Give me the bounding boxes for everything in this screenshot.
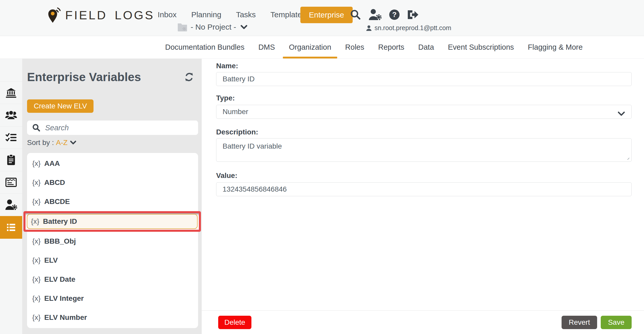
nav-planning[interactable]: Planning (191, 10, 221, 19)
panel-title: Enterprise Variables (27, 70, 141, 84)
revert-button[interactable]: Revert (562, 316, 597, 329)
clipboard-icon (6, 154, 16, 166)
person-icon (366, 25, 372, 31)
tab-reports[interactable]: Reports (371, 36, 411, 58)
sidebar-item-clipboard[interactable] (0, 149, 22, 171)
checklist-icon (5, 133, 17, 142)
enterprise-variables-panel: Enterprise Variables Create New ELV (22, 59, 202, 334)
search-icon[interactable] (350, 9, 361, 20)
variable-prefix: {x} (32, 294, 41, 303)
save-button[interactable]: Save (601, 316, 632, 329)
folder-gear-icon (177, 23, 188, 31)
delete-button[interactable]: Delete (218, 316, 251, 329)
sort-control: Sort by : A-Z (27, 139, 198, 147)
top-header: FIELD LOGS Inbox Planning Tasks Template… (0, 0, 644, 36)
list-item[interactable]: {x} ELV Number (27, 308, 198, 327)
variable-prefix: {x} (32, 275, 41, 284)
bank-icon (6, 88, 16, 98)
name-field[interactable] (216, 72, 632, 86)
logo-text: FIELD LOGS (65, 8, 155, 22)
sort-chevron-down-icon[interactable] (70, 141, 76, 145)
sort-value[interactable]: A-Z (56, 139, 67, 147)
sidebar-item-notes[interactable] (0, 171, 22, 193)
variable-label: ELV (44, 256, 58, 264)
svg-text:?: ? (392, 11, 396, 19)
list-item[interactable]: {x} ELV Date (27, 270, 198, 289)
nav-inbox[interactable]: Inbox (158, 10, 176, 19)
document-lines-icon (5, 177, 17, 187)
type-select[interactable]: Number (216, 105, 632, 119)
app-root: FIELD LOGS Inbox Planning Tasks Template… (0, 0, 644, 334)
list-icon (6, 223, 16, 232)
search-input[interactable] (45, 123, 196, 132)
search-icon-small (32, 124, 40, 132)
sidebar-item-organization[interactable] (0, 81, 22, 104)
tab-flagging-more[interactable]: Flagging & More (521, 36, 590, 58)
variables-list: {x} AAA {x} ABCD {x} ABCDE {x} Battery I… (27, 153, 198, 328)
type-select-value: Number (223, 108, 248, 116)
variable-label: BBB_Obj (44, 237, 76, 245)
list-item[interactable]: {x} ABCD (27, 173, 198, 192)
variable-prefix: {x} (32, 178, 41, 187)
chevron-down-icon (240, 25, 248, 29)
tab-documentation-bundles[interactable]: Documentation Bundles (158, 36, 251, 58)
tab-data[interactable]: Data (411, 36, 441, 58)
variable-label: AAA (44, 159, 60, 168)
variable-prefix: {x} (31, 217, 39, 226)
project-selector[interactable]: - No Project - (177, 23, 248, 31)
tab-organization[interactable]: Organization (282, 36, 338, 58)
sort-label: Sort by : (27, 139, 54, 147)
list-item[interactable]: {x} AAA (27, 154, 198, 173)
tab-roles[interactable]: Roles (338, 36, 371, 58)
variable-detail-pane: Name: Type: Number Description: Battery … (202, 59, 644, 334)
sidebar-item-checklist[interactable] (0, 126, 22, 149)
location-pin-logo-icon (47, 6, 61, 23)
variable-prefix: {x} (32, 313, 41, 322)
user-email-text: sn.root.preprod.1@ptt.com (375, 24, 451, 32)
variable-prefix: {x} (32, 159, 41, 168)
description-field[interactable]: Battery ID variable (216, 138, 632, 162)
list-item[interactable]: {x} BBB_Obj (27, 232, 198, 251)
variable-label: ELV Integer (44, 294, 84, 303)
selection-highlight-box: {x} Battery ID (23, 211, 201, 232)
logout-icon[interactable] (407, 9, 419, 20)
main-nav: Inbox Planning Tasks Templates (158, 10, 306, 19)
variable-form: Name: Type: Number Description: Battery … (216, 59, 632, 196)
list-item[interactable]: {x} ELV (27, 251, 198, 270)
rail-spacer (0, 59, 22, 81)
app-logo: FIELD LOGS (47, 6, 155, 24)
user-email: sn.root.preprod.1@ptt.com (366, 24, 451, 32)
tab-event-subscriptions[interactable]: Event Subscriptions (441, 36, 521, 58)
user-gear-icon (5, 199, 17, 210)
variable-search-box[interactable] (27, 121, 198, 135)
enterprise-button[interactable]: Enterprise (300, 7, 353, 23)
name-label: Name: (216, 62, 632, 70)
tab-dms[interactable]: DMS (251, 36, 282, 58)
select-chevron-down-icon (617, 110, 625, 118)
create-new-elv-button[interactable]: Create New ELV (27, 99, 94, 113)
list-item[interactable]: {x} ELV Integer (27, 289, 198, 308)
section-tabbar: Documentation Bundles DMS Organization R… (0, 36, 644, 59)
type-label: Type: (216, 95, 632, 102)
sidebar-item-enterprise-variables[interactable] (0, 216, 22, 239)
list-item-selected[interactable]: {x} Battery ID (27, 214, 198, 229)
project-selector-label: - No Project - (191, 23, 236, 31)
nav-tasks[interactable]: Tasks (236, 10, 256, 19)
value-label: Value: (216, 172, 632, 179)
sidebar-item-users[interactable] (0, 104, 22, 126)
variable-prefix: {x} (32, 256, 41, 264)
user-settings-icon[interactable] (368, 9, 382, 21)
variable-prefix: {x} (32, 237, 41, 245)
sidebar-item-user-management[interactable] (0, 193, 22, 216)
form-footer: Delete Revert Save (202, 310, 644, 334)
refresh-icon[interactable] (184, 72, 194, 82)
variable-label: ELV Number (44, 313, 87, 322)
value-field[interactable] (216, 182, 632, 196)
users-icon (5, 110, 17, 120)
header-icons: ? (350, 9, 419, 21)
variable-label: Battery ID (43, 217, 77, 226)
list-item[interactable]: {x} ABCDE (27, 192, 198, 211)
help-icon[interactable]: ? (389, 9, 400, 20)
body-area: Enterprise Variables Create New ELV (0, 59, 644, 334)
icon-rail (0, 59, 22, 334)
